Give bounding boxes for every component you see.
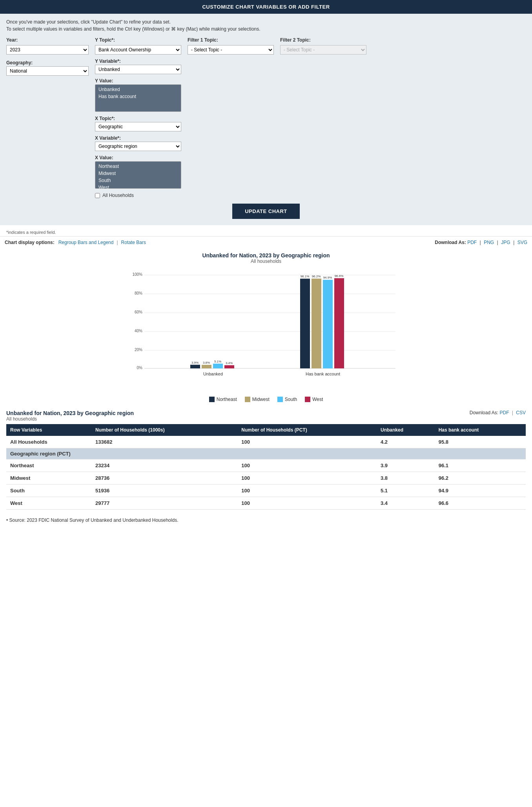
regroup-bars-link[interactable]: Regroup Bars and Legend	[58, 240, 114, 245]
cell-households-1000s: 28736	[91, 472, 237, 485]
year-label: Year:	[6, 37, 89, 43]
all-households-checkbox[interactable]	[95, 193, 100, 198]
table-row: South 51936 100 5.1 94.9	[6, 485, 526, 497]
all-households-label: All Households	[102, 193, 134, 198]
cell-label: Midwest	[6, 472, 91, 485]
svg-text:80%: 80%	[135, 291, 142, 295]
legend-swatch-midwest	[245, 397, 250, 402]
col-y-x: Y Topic*: Bank Account Ownership Unbanke…	[95, 37, 181, 198]
svg-text:5.1%: 5.1%	[214, 360, 221, 363]
col-filter1: Filter 1 Topic: - Select Topic -	[188, 37, 274, 55]
col-households-1000s: Number of Households (1000s)	[91, 424, 237, 436]
chart-options-left: Chart display options: Regroup Bars and …	[5, 240, 146, 245]
table-title-block: Unbanked for Nation, 2023 by Geographic …	[6, 410, 134, 422]
cell-label: South	[6, 485, 91, 497]
x-topic-label: X Topic*:	[95, 116, 181, 121]
legend-label-midwest: Midwest	[252, 397, 270, 402]
svg-rect-27	[334, 278, 344, 368]
filter2-label: Filter 2 Topic:	[280, 37, 366, 43]
table-header-row-el: Row Variables Number of Households (1000…	[6, 424, 526, 436]
legend-swatch-south	[277, 397, 283, 402]
cell-households-1000s: 51936	[91, 485, 237, 497]
legend-label-south: South	[285, 397, 297, 402]
instructions: Once you've made your selections, click …	[6, 18, 526, 33]
geography-select[interactable]: National State	[6, 66, 89, 76]
svg-text:0%: 0%	[137, 366, 143, 370]
year-select[interactable]: 2023 2021 2019 2017 2015	[6, 45, 89, 55]
legend-swatch-northeast	[209, 397, 215, 402]
svg-text:96.1%: 96.1%	[301, 275, 310, 278]
cell-label: Northeast	[6, 459, 91, 472]
y-topic-select[interactable]: Bank Account Ownership Unbanked Underban…	[95, 45, 181, 55]
cell-households-pct: 100	[237, 459, 377, 472]
cell-unbanked: 5.1	[377, 485, 435, 497]
customize-panel: Once you've made your selections, click …	[0, 14, 532, 225]
filter2-select[interactable]: - Select Topic -	[280, 45, 366, 55]
cell-label: All Households	[6, 436, 91, 448]
y-value-label: Y Value:	[95, 78, 181, 84]
legend-northeast: Northeast	[209, 397, 237, 402]
update-chart-button[interactable]: UPDATE CHART	[232, 204, 300, 219]
col-row-variables: Row Variables	[6, 424, 91, 436]
col-filter2: Filter 2 Topic: - Select Topic -	[280, 37, 366, 55]
table-row-section-header: Geographic region (PCT)	[6, 448, 526, 459]
data-table: Row Variables Number of Households (1000…	[6, 424, 526, 510]
svg-text:3.4%: 3.4%	[226, 361, 233, 365]
cell-households-1000s: 29777	[91, 497, 237, 510]
svg-rect-18	[224, 365, 234, 368]
x-variable-label: X Variable*:	[95, 135, 181, 141]
svg-text:40%: 40%	[135, 329, 142, 333]
col-unbanked: Unbanked	[377, 424, 435, 436]
download-svg-link[interactable]: SVG	[517, 240, 527, 245]
download-label: Download As:	[435, 240, 466, 245]
table-download-csv[interactable]: CSV	[516, 410, 526, 415]
table-title: Unbanked for Nation, 2023 by Geographic …	[6, 410, 134, 416]
chart-subtitle: All households	[8, 259, 524, 264]
svg-text:96.6%: 96.6%	[335, 274, 344, 278]
table-row: West 29777 100 3.4 96.6	[6, 497, 526, 510]
table-row: Northeast 23234 100 3.9 96.1	[6, 459, 526, 472]
download-png-link[interactable]: PNG	[484, 240, 494, 245]
required-note: *indicates a required field.	[0, 228, 532, 236]
geography-label: Geography:	[6, 60, 89, 66]
download-jpg-link[interactable]: JPG	[501, 240, 510, 245]
section-header-cell: Geographic region (PCT)	[6, 448, 526, 459]
legend-label-west: West	[312, 397, 323, 402]
cell-has-bank: 96.1	[435, 459, 526, 472]
y-value-listbox[interactable]: Unbanked Has bank account	[95, 84, 181, 112]
filter1-label: Filter 1 Topic:	[188, 37, 274, 43]
filter1-select[interactable]: - Select Topic -	[188, 45, 274, 55]
cell-label: West	[6, 497, 91, 510]
cell-households-1000s: 23234	[91, 459, 237, 472]
col-households-pct: Number of Households (PCT)	[237, 424, 377, 436]
svg-rect-14	[202, 365, 211, 368]
svg-text:94.9%: 94.9%	[323, 276, 332, 279]
table-subtitle: All households	[6, 416, 134, 422]
rotate-bars-link[interactable]: Rotate Bars	[121, 240, 146, 245]
download-pdf-link[interactable]: PDF	[467, 240, 477, 245]
svg-text:20%: 20%	[135, 348, 142, 352]
svg-rect-21	[300, 279, 310, 368]
svg-text:Has bank account: Has bank account	[306, 372, 340, 376]
header-title: CUSTOMIZE CHART VARIABLES OR ADD FILTER	[202, 4, 330, 10]
svg-rect-23	[312, 279, 321, 368]
table-download-links: Download As: PDF | CSV	[470, 410, 526, 415]
chart-section: Unbanked for Nation, 2023 by Geographic …	[0, 248, 532, 402]
x-variable-select[interactable]: Geographic region State	[95, 142, 181, 151]
cell-households-pct: 100	[237, 485, 377, 497]
svg-rect-16	[213, 364, 223, 368]
table-row: Midwest 28736 100 3.8 96.2	[6, 472, 526, 485]
legend-label-northeast: Northeast	[217, 397, 237, 402]
update-btn-row: UPDATE CHART	[6, 204, 526, 219]
cell-has-bank: 95.8	[435, 436, 526, 448]
x-topic-select[interactable]: Geographic Demographic Income	[95, 122, 181, 131]
x-value-listbox[interactable]: Northeast Midwest South West	[95, 161, 181, 189]
table-download-label: Download As:	[470, 410, 498, 415]
table-download-pdf[interactable]: PDF	[500, 410, 509, 415]
cell-households-pct: 100	[237, 472, 377, 485]
y-variable-select[interactable]: Unbanked Has bank account	[95, 65, 181, 74]
cell-households-pct: 100	[237, 497, 377, 510]
svg-rect-25	[323, 280, 333, 368]
divider1: |	[117, 240, 118, 245]
cell-unbanked: 3.8	[377, 472, 435, 485]
